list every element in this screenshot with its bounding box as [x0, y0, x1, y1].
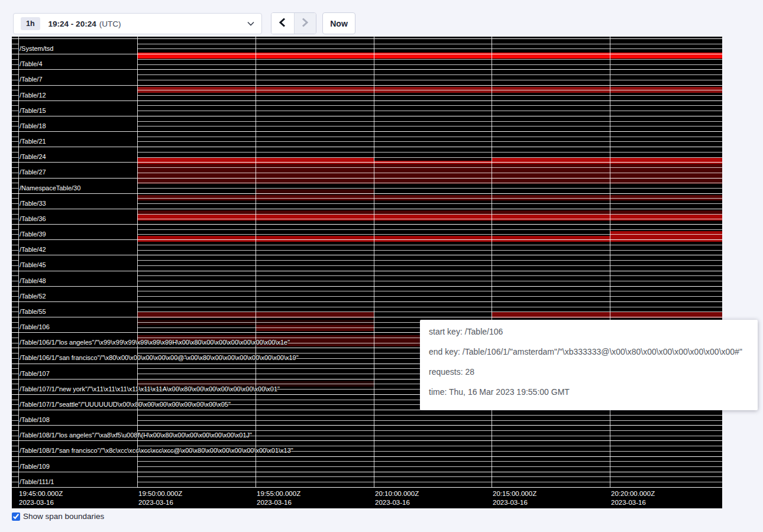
span-boundary-line: [12, 137, 18, 137]
show-span-boundaries-checkbox[interactable]: [12, 512, 20, 521]
span-boundary-line: [137, 307, 722, 307]
span-boundary-line: [12, 80, 18, 80]
span-boundary-line: [137, 430, 722, 431]
axis-date: 2023-03-16: [19, 498, 63, 507]
axis-time: 20:15:00.000Z: [493, 489, 536, 498]
bucket-boundary-line: [12, 100, 722, 101]
span-boundary-line: [12, 338, 18, 338]
row-label: /Table/24: [20, 153, 46, 161]
span-boundary-line: [12, 152, 18, 153]
span-boundary-line: [12, 374, 18, 374]
span-boundary-line: [12, 436, 18, 436]
time-grid-line: [256, 37, 256, 488]
span-boundary-line: [12, 219, 18, 219]
span-boundary-line: [12, 173, 18, 173]
span-boundary-line: [12, 44, 18, 44]
span-boundary-line: [12, 353, 18, 353]
span-boundary-line: [12, 322, 18, 323]
row-label: /Table/33: [20, 200, 46, 207]
axis-tick-label: 19:50:00.000Z2023-03-16: [138, 489, 182, 507]
span-boundary-line: [137, 461, 722, 462]
span-boundary-line: [137, 137, 722, 137]
span-boundary-line: [12, 265, 18, 266]
axis-date: 2023-03-16: [493, 498, 536, 507]
span-boundary-line: [137, 152, 722, 153]
span-boundary-line: [137, 111, 722, 111]
bucket-boundary-line: [12, 193, 722, 194]
span-boundary-line: [137, 173, 722, 173]
timeframe-nav-group: [271, 12, 316, 34]
row-label: /Table/45: [20, 261, 46, 269]
span-boundary-line: [12, 420, 18, 421]
key-visualizer-canvas[interactable]: start key: /Table/106 end key: /Table/10…: [12, 37, 722, 508]
span-boundary-line: [12, 327, 18, 328]
row-label: /Table/18: [20, 122, 46, 130]
span-boundary-line: [137, 95, 722, 96]
time-grid-line: [18, 37, 19, 488]
span-boundary-line: [12, 234, 18, 235]
chevron-right-icon: [301, 18, 309, 29]
now-button[interactable]: Now: [322, 12, 355, 34]
bucket-boundary-line: [12, 162, 722, 163]
span-boundary-line: [12, 291, 18, 291]
axis-date: 2023-03-16: [138, 498, 182, 507]
time-range-label: 19:24 - 20:24: [49, 20, 96, 28]
bucket-boundary-line: [12, 116, 722, 116]
span-boundary-line: [12, 358, 18, 359]
span-boundary-line: [12, 260, 18, 261]
span-boundary-line: [137, 198, 722, 199]
span-boundary-line: [12, 400, 18, 400]
heat-band: [610, 231, 722, 242]
span-boundary-line: [137, 141, 722, 142]
span-boundary-line: [12, 64, 18, 65]
bucket-boundary-line: [12, 440, 722, 441]
row-label: /Table/108: [20, 416, 50, 424]
span-boundary-line: [137, 219, 722, 219]
heat-band: [137, 215, 722, 220]
axis-time: 20:10:00.000Z: [375, 489, 419, 498]
span-boundary-line: [137, 214, 722, 215]
span-boundary-line: [137, 275, 722, 276]
next-timeframe-button[interactable]: [294, 13, 316, 34]
span-boundary-line: [137, 183, 722, 183]
span-boundary-line: [137, 203, 722, 204]
bucket-boundary-line: [12, 472, 722, 472]
row-label: /Table/27: [20, 168, 46, 176]
row-label: /Table/111/1: [20, 478, 54, 486]
time-range-select[interactable]: 1h 19:24 - 20:24 (UTC): [13, 13, 262, 34]
span-boundary-line: [12, 74, 18, 75]
row-label: /Table/4: [20, 60, 43, 68]
row-label: /Table/36: [20, 215, 46, 223]
axis-date: 2023-03-16: [611, 498, 655, 507]
axis-time: 20:20:00.000Z: [611, 489, 655, 498]
span-boundary-line: [12, 183, 18, 183]
time-grid-line: [610, 37, 610, 488]
span-boundary-line: [137, 250, 722, 251]
axis-tick-label: 20:15:00.000Z2023-03-16: [493, 489, 536, 507]
span-boundary-line: [137, 234, 722, 235]
span-boundary-line: [12, 188, 18, 189]
hover-tooltip: start key: /Table/106 end key: /Table/10…: [420, 320, 758, 410]
span-boundary-line: [137, 291, 722, 291]
span-boundary-line: [12, 245, 18, 245]
previous-timeframe-button[interactable]: [271, 13, 294, 34]
span-boundary-line: [12, 482, 18, 482]
chevron-left-icon: [279, 18, 286, 29]
span-boundary-line: [137, 121, 722, 122]
row-label: /Table/107/1/"new york"/"\x11\x11\x11\x1…: [20, 385, 280, 393]
row-label: /Table/108/1/"san francisco"/"\x8c\xcc\x…: [20, 447, 293, 455]
span-boundary-line: [137, 476, 722, 477]
show-span-boundaries-control[interactable]: Show span boundaries: [12, 512, 104, 521]
row-label: /Table/21: [20, 138, 46, 145]
timezone-label: (UTC): [99, 20, 121, 28]
span-boundary-line: [12, 59, 18, 60]
span-boundary-line: [137, 281, 722, 281]
span-boundary-line: [137, 245, 722, 245]
span-boundary-line: [12, 198, 18, 199]
span-boundary-line: [12, 48, 18, 49]
span-boundary-line: [12, 312, 18, 312]
row-label: /NamespaceTable/30: [20, 184, 80, 192]
bucket-boundary-line: [12, 317, 722, 317]
axis-tick-label: 20:10:00.000Z2023-03-16: [375, 489, 419, 507]
bucket-boundary-line: [12, 147, 722, 147]
